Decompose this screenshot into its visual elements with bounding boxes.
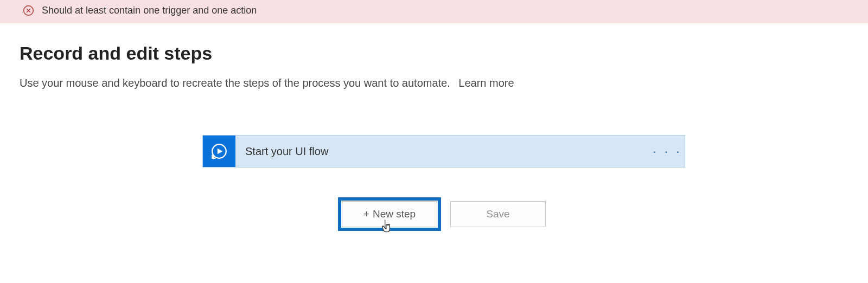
svg-marker-4 [218, 149, 223, 155]
learn-more-link[interactable]: Learn more [458, 77, 514, 89]
flow-canvas: Start your UI flow · · · + New step Save [20, 135, 868, 227]
save-button[interactable]: Save [450, 201, 546, 227]
subtitle-text: Use your mouse and keyboard to recreate … [20, 77, 450, 89]
page-subtitle: Use your mouse and keyboard to recreate … [20, 77, 868, 89]
plus-icon: + [363, 208, 369, 220]
save-label: Save [486, 208, 509, 220]
pointer-cursor-icon [380, 218, 394, 234]
flow-step-label: Start your UI flow [235, 136, 650, 167]
content-area: Record and edit steps Use your mouse and… [0, 23, 868, 227]
error-circle-icon [23, 5, 34, 16]
page-title: Record and edit steps [20, 43, 868, 64]
error-banner: Should at least contain one trigger and … [0, 0, 868, 23]
new-step-label: New step [373, 208, 416, 220]
record-play-icon [203, 136, 235, 167]
step-menu-ellipsis-icon[interactable]: · · · [650, 136, 685, 167]
new-step-button[interactable]: + New step [342, 201, 437, 227]
flow-step-card[interactable]: Start your UI flow · · · [202, 135, 685, 168]
action-button-row: + New step Save [342, 201, 546, 227]
error-message: Should at least contain one trigger and … [42, 5, 257, 16]
